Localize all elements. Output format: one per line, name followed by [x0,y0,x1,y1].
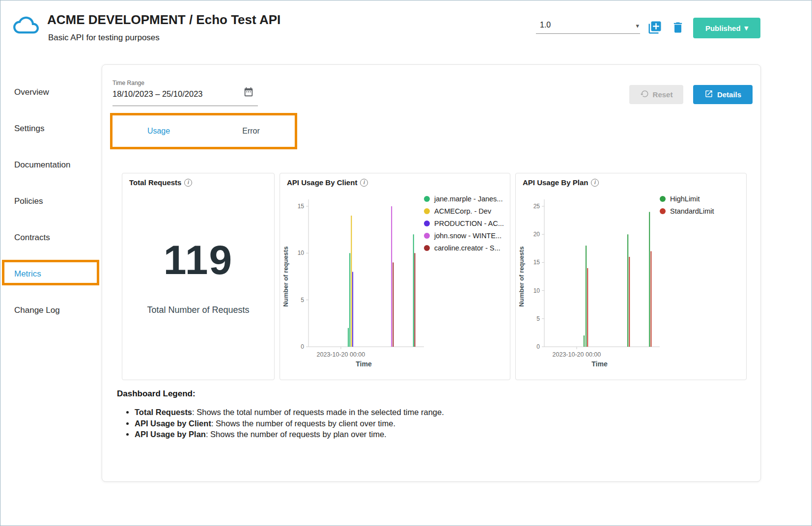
details-label: Details [717,90,741,99]
card-title: API Usage By Plan [523,178,588,187]
time-range-value: 18/10/2023 – 25/10/2023 [112,89,203,99]
usage-by-plan-card: API Usage By Plan i 05101520252023-10-20… [515,173,747,380]
svg-text:0: 0 [301,343,304,350]
usage-by-client-legend: jane.marple - Janes...ACMECorp. - DevPRO… [424,195,504,252]
chart-legend-item[interactable]: ACMECorp. - Dev [424,207,504,215]
legend-bullet: Total Requests: Shows the total number o… [135,407,444,418]
legend-series-label: ACMECorp. - Dev [434,207,491,215]
card-title: Total Requests [129,178,181,187]
legend-desc: : Shows the number of requests by client… [211,419,395,428]
usage-by-client-card: API Usage By Client i 0510152023-10-20 0… [280,173,510,380]
info-icon[interactable]: i [184,179,192,187]
svg-text:Number of requests: Number of requests [282,247,289,307]
chart-legend-item[interactable]: jane.marple - Janes... [424,195,504,203]
total-requests-value: 119 [122,236,274,284]
sidebar-item-policies[interactable]: Policies [14,194,43,209]
version-select-value: 1.0 [540,21,551,29]
svg-text:10: 10 [298,249,305,256]
chart-legend-item[interactable]: PRODUCTION - AC... [424,220,504,227]
legend-bullet: API Usage by Plan: Shows the number of r… [135,429,444,440]
tab-usage[interactable]: Usage [112,115,205,147]
chart-canvas: 05101520252023-10-20 00:00TimeNumber of … [516,191,746,375]
cloud-logo-icon [13,12,39,38]
card-title-row: Total Requests i [129,178,192,187]
svg-text:5: 5 [536,315,540,322]
page-title: ACME DEVELOPMENT / Echo Test API [47,12,280,28]
svg-text:15: 15 [533,259,540,266]
card-title: API Usage By Client [287,178,357,187]
card-title-row: API Usage By Plan i [523,178,599,187]
legend-desc: : Shows the number of requests by plan o… [206,430,387,439]
card-title-row: API Usage By Client i [287,178,368,187]
library-add-icon [647,29,662,36]
reset-button[interactable]: Reset [629,85,683,104]
metrics-tab-strip: Usage Error [112,115,297,148]
svg-text:0: 0 [536,343,540,350]
page-subtitle: Basic API for testing purposes [48,33,160,43]
info-icon[interactable]: i [360,179,368,187]
dashboard-legend-list: Total Requests: Shows the total number o… [117,407,444,440]
svg-text:2023-10-20 00:00: 2023-10-20 00:00 [553,351,601,358]
sidebar-item-settings[interactable]: Settings [14,121,44,136]
published-label: Published [705,24,741,32]
reset-label: Reset [653,90,673,99]
usage-by-plan-chart: 05101520252023-10-20 00:00TimeNumber of … [516,191,746,375]
legend-term: Total Requests [135,408,192,416]
published-status-button[interactable]: Published ▾ [693,18,760,38]
svg-text:Number of requests: Number of requests [518,247,525,307]
chart-legend-item[interactable]: caroline.creator - S... [424,244,504,252]
info-icon[interactable]: i [591,179,599,187]
metrics-panel: Time Range 18/10/2023 – 25/10/2023 Reset… [102,64,761,482]
total-requests-card: Total Requests i 119 Total Number of Req… [122,173,275,380]
active-tab-underline [112,147,204,148]
sidebar-item-contracts[interactable]: Contracts [14,230,50,245]
details-button[interactable]: Details [693,85,753,104]
trash-icon [671,28,685,36]
sidebar-item-overview[interactable]: Overview [14,85,49,100]
legend-color-dot [660,208,666,214]
legend-series-label: jane.marple - Janes... [434,195,503,203]
legend-color-dot [424,208,430,214]
chevron-down-icon: ▾ [636,22,639,29]
sidebar-item-documentation[interactable]: Documentation [14,158,70,172]
svg-text:20: 20 [533,231,540,238]
legend-series-label: PRODUCTION - AC... [434,220,504,227]
tab-error[interactable]: Error [205,115,297,147]
legend-series-label: StandardLimit [670,207,714,215]
legend-color-dot [424,245,430,251]
svg-text:5: 5 [301,297,304,304]
version-select[interactable]: 1.0 ▾ [536,18,640,34]
chart-legend-item[interactable]: HighLimit [660,195,714,203]
legend-color-dot [660,196,666,202]
svg-text:15: 15 [298,203,305,210]
legend-series-label: HighLimit [670,195,700,203]
app-header: ACME DEVELOPMENT / Echo Test API Basic A… [0,0,812,58]
legend-series-label: john.snow - WINTE... [434,232,502,240]
reset-icon [640,89,649,100]
chevron-down-icon: ▾ [745,24,749,32]
legend-color-dot [424,221,430,226]
legend-color-dot [424,196,430,202]
sidebar-item-metrics[interactable]: Metrics [14,267,41,281]
svg-text:Time: Time [356,360,372,368]
legend-desc: : Shows the total number of requests mad… [192,408,444,416]
usage-by-plan-legend: HighLimitStandardLimit [660,195,714,215]
legend-bullet: API Usage by Client: Shows the number of… [135,418,444,429]
calendar-icon[interactable] [243,86,254,97]
chart-legend-item[interactable]: StandardLimit [660,207,714,215]
legend-term: API Usage by Plan [135,430,206,439]
duplicate-api-button[interactable] [647,20,663,36]
time-range-field[interactable]: Time Range 18/10/2023 – 25/10/2023 [112,79,258,106]
time-range-label: Time Range [112,80,144,86]
svg-text:10: 10 [533,287,540,294]
api-metrics-screen: ACME DEVELOPMENT / Echo Test API Basic A… [0,0,812,526]
delete-api-button[interactable] [671,21,685,35]
svg-text:Time: Time [591,360,608,368]
chart-legend-item[interactable]: john.snow - WINTE... [424,232,504,240]
legend-color-dot [424,233,430,239]
dashboard-legend: Dashboard Legend: Total Requests: Shows … [117,389,444,440]
open-in-new-icon [704,89,713,100]
sidebar-item-change-log[interactable]: Change Log [14,303,60,318]
legend-series-label: caroline.creator - S... [434,244,501,252]
legend-term: API Usage by Client [135,419,211,428]
